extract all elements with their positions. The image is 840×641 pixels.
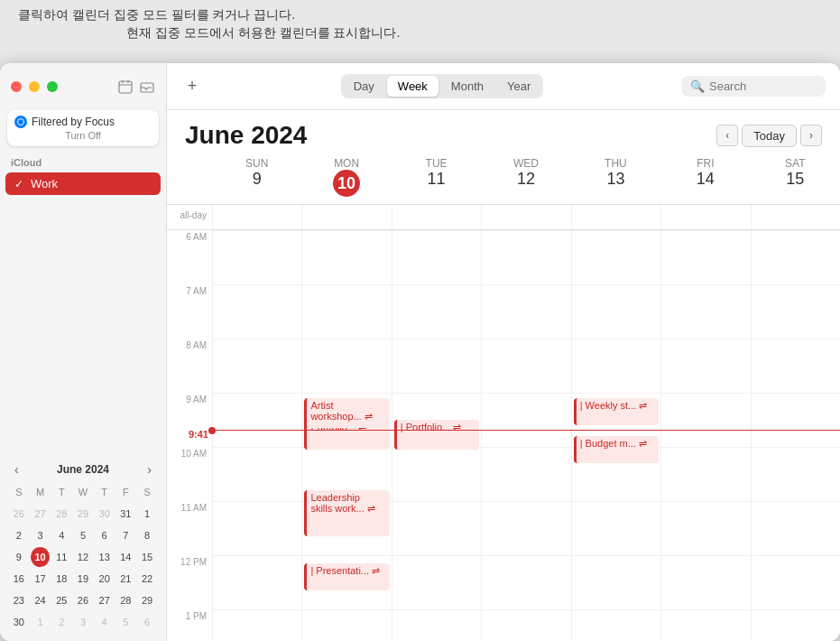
add-event-button[interactable]: + (181, 76, 203, 98)
mini-cal-day[interactable]: 6 (137, 612, 157, 632)
hour-line (661, 393, 750, 447)
calendar-icon[interactable] (117, 79, 134, 95)
day-header-thu[interactable]: Thu13 (571, 153, 660, 200)
mini-cal-day[interactable]: 28 (116, 590, 136, 610)
today-button[interactable]: Today (742, 125, 797, 147)
mini-cal-day[interactable]: 4 (95, 612, 115, 632)
event-block[interactable]: | Budget m... ⇌ (574, 436, 659, 463)
mini-cal-day[interactable]: 9 (9, 547, 29, 567)
mini-cal-day[interactable]: 3 (31, 525, 51, 545)
mini-cal-day[interactable]: 2 (51, 612, 71, 632)
focus-label: Filtered by Focus (32, 116, 115, 128)
view-tab-day[interactable]: Day (343, 76, 385, 97)
day-header-tue[interactable]: Tue11 (392, 153, 481, 200)
hour-line (213, 447, 301, 501)
mini-cal-next[interactable]: › (143, 462, 155, 477)
hour-line (302, 609, 391, 641)
prev-week-button[interactable]: ‹ (716, 125, 738, 146)
mini-cal-day[interactable]: 29 (137, 590, 157, 610)
next-week-button[interactable]: › (800, 125, 822, 146)
check-icon: ✓ (14, 178, 23, 190)
mini-cal-day[interactable]: 30 (9, 612, 29, 632)
mini-cal-day[interactable]: 26 (9, 504, 29, 524)
close-button[interactable] (11, 81, 22, 92)
mini-cal-day[interactable]: 3 (73, 612, 93, 632)
mini-cal-grid: SMTWTFS 26272829303112345678910111213141… (7, 480, 159, 634)
mini-cal-day[interactable]: 18 (51, 569, 71, 589)
time-label-12pm: 12 PM (167, 555, 212, 609)
mini-cal-day[interactable]: 5 (73, 525, 93, 545)
mini-cal-day[interactable]: 4 (51, 525, 71, 545)
hour-line (661, 284, 750, 339)
view-tab-year[interactable]: Year (496, 76, 541, 97)
event-block[interactable]: | Weekly st... ⇌ (574, 398, 659, 425)
mini-cal-day[interactable]: 14 (116, 547, 136, 567)
focus-turnoff[interactable]: Turn Off (14, 130, 152, 141)
mini-cal-day[interactable]: 19 (73, 569, 93, 589)
mini-cal-day[interactable]: 20 (95, 569, 115, 589)
hour-line (572, 609, 660, 641)
allday-cell-tue (392, 205, 481, 229)
mini-cal-day[interactable]: 5 (116, 612, 136, 632)
mini-cal-day[interactable]: 1 (137, 504, 157, 524)
inbox-icon[interactable] (139, 79, 155, 95)
view-tab-week[interactable]: Week (387, 76, 438, 97)
hour-line (392, 609, 481, 641)
mini-cal-day[interactable]: 1 (31, 612, 51, 632)
mini-cal-day[interactable]: 21 (116, 569, 136, 589)
allday-label: all-day (167, 205, 212, 229)
sidebar-item-work[interactable]: ✓ Work (5, 172, 161, 195)
day-header-wed[interactable]: Wed12 (481, 153, 570, 200)
mini-cal-day[interactable]: 24 (31, 590, 51, 610)
tooltip-line1: 클릭하여 캘린더 집중 모드 필터를 켜거나 끕니다. (18, 7, 822, 23)
event-block[interactable]: | Portfolio... ⇌ (394, 420, 479, 450)
mini-cal-weekday: M (31, 482, 51, 502)
mini-cal-prev[interactable]: ‹ (11, 462, 23, 477)
hour-line (752, 284, 840, 339)
search-input[interactable] (709, 79, 817, 93)
day-col-thu: | Weekly st... ⇌| Budget m... ⇌| Writing… (571, 230, 660, 641)
mini-cal-day[interactable]: 27 (95, 590, 115, 610)
mini-cal-day[interactable]: 22 (137, 569, 157, 589)
mini-cal-day[interactable]: 13 (95, 547, 115, 567)
mini-cal-day[interactable]: 25 (51, 590, 71, 610)
search-box[interactable]: 🔍 (681, 76, 826, 97)
hour-line (213, 501, 301, 555)
maximize-button[interactable] (47, 81, 58, 92)
day-header-sat[interactable]: Sat15 (751, 153, 840, 200)
mini-cal-day[interactable]: 6 (95, 525, 115, 545)
mini-cal-day[interactable]: 16 (9, 569, 29, 589)
day-headers: Sun9Mon10Tue11Wed12Thu13Fri14Sat15 (167, 153, 840, 205)
mini-cal-day[interactable]: 15 (137, 547, 157, 567)
event-block[interactable]: Artist workshop... ⇌ (304, 398, 389, 428)
mini-cal-day[interactable]: 12 (73, 547, 93, 567)
sidebar: Filtered by Focus Turn Off iCloud ✓ Work… (0, 63, 167, 641)
focus-banner[interactable]: Filtered by Focus Turn Off (7, 110, 159, 146)
day-header-fri[interactable]: Fri14 (660, 153, 750, 200)
mini-cal-day[interactable]: 10 (31, 547, 51, 567)
event-block[interactable]: Leadership skills work... ⇌ (304, 490, 389, 536)
time-grid[interactable]: 6 AM7 AM8 AM9 AM10 AM11 AM12 PM1 PM2 PM3… (167, 230, 840, 641)
hour-line (752, 230, 840, 284)
allday-cell-sat (751, 205, 840, 229)
event-block[interactable]: | Presentati... ⇌ (304, 563, 389, 590)
mini-cal-day[interactable]: 30 (95, 504, 115, 524)
day-header-sun[interactable]: Sun9 (212, 153, 301, 200)
mini-cal-day[interactable]: 27 (31, 504, 51, 524)
day-header-mon[interactable]: Mon10 (301, 153, 391, 200)
mini-cal-day[interactable]: 8 (137, 525, 157, 545)
mini-cal-day[interactable]: 11 (51, 547, 71, 567)
day-name: Tue (392, 157, 481, 170)
hour-line (482, 609, 570, 641)
mini-cal-day[interactable]: 28 (51, 504, 71, 524)
mini-cal-day[interactable]: 29 (73, 504, 93, 524)
mini-cal-day[interactable]: 23 (9, 590, 29, 610)
mini-cal-weekday: F (116, 482, 136, 502)
mini-cal-day[interactable]: 17 (31, 569, 51, 589)
mini-cal-day[interactable]: 31 (116, 504, 136, 524)
minimize-button[interactable] (29, 81, 40, 92)
mini-cal-day[interactable]: 7 (116, 525, 136, 545)
mini-cal-day[interactable]: 26 (73, 590, 93, 610)
view-tab-month[interactable]: Month (440, 76, 494, 97)
mini-cal-day[interactable]: 2 (9, 525, 29, 545)
